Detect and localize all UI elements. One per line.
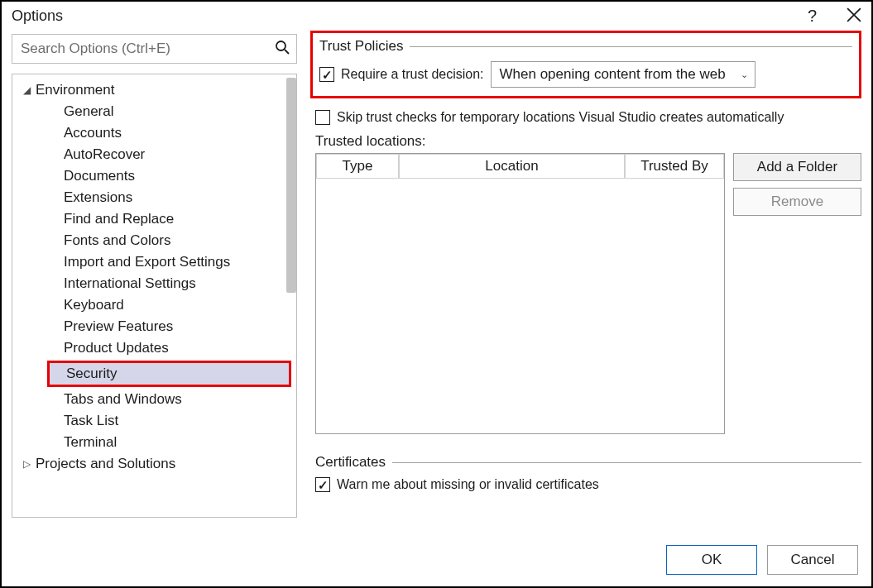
add-folder-button[interactable]: Add a Folder xyxy=(733,153,861,181)
group-title: Certificates xyxy=(315,454,386,471)
collapse-icon[interactable]: ◢ xyxy=(17,84,36,96)
tree-node-tabs-windows[interactable]: Tabs and Windows xyxy=(12,389,296,410)
tree-node-find-replace[interactable]: Find and Replace xyxy=(12,208,296,230)
search-input[interactable] xyxy=(19,40,275,58)
svg-line-3 xyxy=(285,50,289,54)
tree-node-fonts-colors[interactable]: Fonts and Colors xyxy=(12,230,296,251)
group-certificates: Certificates xyxy=(315,454,861,471)
ok-button[interactable]: OK xyxy=(666,545,757,575)
tree-node-documents[interactable]: Documents xyxy=(12,165,296,187)
trust-mode-dropdown[interactable]: When opening content from the web ⌄ xyxy=(491,61,755,88)
options-tree: ◢ Environment General Accounts AutoRecov… xyxy=(12,74,297,518)
cancel-button[interactable]: Cancel xyxy=(767,545,858,575)
tree-node-environment[interactable]: ◢ Environment xyxy=(12,79,296,101)
highlight-security: Security xyxy=(47,361,291,387)
tree-node-projects-solutions[interactable]: ▷ Projects and Solutions xyxy=(12,453,296,475)
title-bar: Options ? xyxy=(2,2,871,34)
warn-certs-checkbox[interactable] xyxy=(315,477,330,492)
chevron-down-icon: ⌄ xyxy=(741,69,748,80)
trusted-locations-label: Trusted locations: xyxy=(315,133,861,150)
window-title: Options xyxy=(12,7,63,25)
sidebar: ◢ Environment General Accounts AutoRecov… xyxy=(12,34,297,518)
require-trust-checkbox[interactable] xyxy=(319,67,334,82)
group-trust-policies: Trust Policies xyxy=(319,38,852,55)
tree-label: Environment xyxy=(36,82,114,98)
require-trust-label: Require a trust decision: xyxy=(341,67,484,82)
warn-certs-label: Warn me about missing or invalid certifi… xyxy=(337,477,599,492)
tree-node-international[interactable]: International Settings xyxy=(12,273,296,294)
tree-label: Projects and Solutions xyxy=(36,456,175,472)
tree-node-terminal[interactable]: Terminal xyxy=(12,432,296,453)
search-icon[interactable] xyxy=(275,40,290,58)
scrollbar-thumb[interactable] xyxy=(286,78,296,293)
dropdown-value: When opening content from the web xyxy=(500,66,726,83)
search-box[interactable] xyxy=(12,34,297,64)
tree-node-preview-features[interactable]: Preview Features xyxy=(12,316,296,337)
dialog-buttons: OK Cancel xyxy=(666,545,858,575)
tree-node-task-list[interactable]: Task List xyxy=(12,410,296,432)
options-dialog: Options ? ◢ Environment xyxy=(0,0,873,588)
group-title: Trust Policies xyxy=(319,38,403,55)
expand-icon[interactable]: ▷ xyxy=(17,458,36,470)
tree-node-product-updates[interactable]: Product Updates xyxy=(12,337,296,359)
tree-node-extensions[interactable]: Extensions xyxy=(12,187,296,208)
trusted-locations-table[interactable]: Type Location Trusted By xyxy=(315,153,725,434)
remove-button[interactable]: Remove xyxy=(733,188,861,216)
window-controls: ? xyxy=(808,7,861,26)
tree-node-autorecover[interactable]: AutoRecover xyxy=(12,144,296,165)
tree-node-accounts[interactable]: Accounts xyxy=(12,122,296,144)
content-panel: Trust Policies Require a trust decision:… xyxy=(297,34,861,518)
table-header: Type Location Trusted By xyxy=(316,154,724,179)
col-trusted-by[interactable]: Trusted By xyxy=(625,154,724,179)
tree-node-import-export[interactable]: Import and Export Settings xyxy=(12,251,296,273)
tree-node-security[interactable]: Security xyxy=(50,363,289,385)
col-type[interactable]: Type xyxy=(316,154,399,179)
skip-trust-checkbox[interactable] xyxy=(315,110,330,125)
divider xyxy=(410,46,852,47)
help-icon[interactable]: ? xyxy=(808,7,817,26)
divider xyxy=(392,462,861,463)
highlight-trust-policies: Trust Policies Require a trust decision:… xyxy=(310,31,861,98)
svg-point-2 xyxy=(276,41,285,50)
skip-trust-label: Skip trust checks for temporary location… xyxy=(337,110,784,125)
tree-node-keyboard[interactable]: Keyboard xyxy=(12,294,296,316)
col-location[interactable]: Location xyxy=(399,154,625,179)
close-icon[interactable] xyxy=(847,7,861,26)
tree-node-general[interactable]: General xyxy=(12,101,296,122)
